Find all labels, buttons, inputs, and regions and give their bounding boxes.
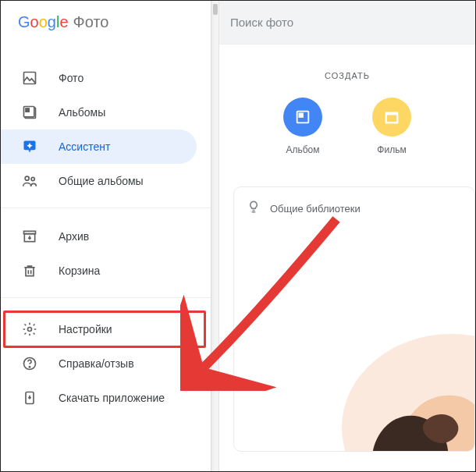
svg-rect-3 — [26, 108, 29, 112]
create-title: СОЗДАТЬ — [219, 71, 475, 80]
card-title: Общие библиотеки — [270, 203, 361, 215]
scrollbar-thumb[interactable] — [213, 4, 218, 15]
nav-secondary: Архив Корзина — [1, 219, 211, 288]
sidebar-item-label: Фото — [59, 72, 83, 84]
divider — [1, 208, 211, 208]
logo-row: Google Фото — [1, 1, 211, 39]
scrollbar-track[interactable] — [211, 1, 219, 472]
search-input[interactable]: Поиск фото — [219, 1, 475, 44]
movie-icon — [372, 98, 411, 137]
assistant-icon — [21, 138, 38, 155]
sidebar-item-help[interactable]: Справка/отзыв — [1, 346, 211, 381]
sidebar-item-label: Ассистент — [59, 140, 110, 153]
google-logo: Google — [18, 13, 69, 31]
album-icon — [283, 98, 322, 137]
sidebar-item-photo[interactable]: Фото — [1, 61, 211, 95]
svg-point-9 — [28, 328, 32, 332]
sidebar-item-settings[interactable]: Настройки — [1, 312, 211, 346]
sidebar-item-label: Скачать приложение — [59, 392, 165, 404]
gear-icon — [21, 321, 38, 338]
shared-libraries-card[interactable]: Общие библиотеки — [233, 186, 475, 452]
svg-point-5 — [25, 176, 29, 180]
app-name: Фото — [73, 13, 109, 31]
sidebar-item-download[interactable]: Скачать приложение — [1, 381, 211, 415]
create-label: Альбом — [286, 144, 319, 155]
create-label: Фильм — [377, 144, 406, 155]
svg-rect-14 — [299, 113, 303, 117]
sidebar-item-albums[interactable]: Альбомы — [1, 95, 211, 130]
main-area: Поиск фото СОЗДАТЬ Альбом Фильм Общи — [219, 1, 475, 471]
sidebar-item-trash[interactable]: Корзина — [1, 254, 211, 288]
trash-icon — [21, 262, 38, 279]
albums-icon — [21, 104, 38, 121]
sidebar-item-label: Альбомы — [59, 106, 105, 119]
sidebar-item-label: Справка/отзыв — [59, 357, 134, 370]
search-placeholder: Поиск фото — [230, 16, 293, 29]
sidebar: Google Фото Фото Альбомы Ассистент — [1, 1, 211, 472]
archive-icon — [21, 228, 38, 245]
sidebar-item-label: Корзина — [59, 264, 100, 277]
create-movie-button[interactable]: Фильм — [372, 98, 411, 155]
sidebar-item-shared[interactable]: Общие альбомы — [1, 164, 211, 198]
sidebar-item-label: Настройки — [59, 323, 112, 335]
create-album-button[interactable]: Альбом — [283, 98, 322, 155]
sidebar-item-label: Архив — [59, 230, 89, 243]
divider — [1, 297, 211, 298]
people-icon — [21, 172, 38, 190]
sidebar-item-archive[interactable]: Архив — [1, 219, 211, 254]
svg-point-6 — [31, 177, 34, 180]
sidebar-item-assistant[interactable]: Ассистент — [1, 130, 197, 164]
hands-illustration — [295, 271, 475, 452]
nav-tertiary: Настройки Справка/отзыв Скачать приложен… — [1, 309, 211, 415]
help-icon — [21, 355, 38, 372]
download-icon — [21, 389, 38, 406]
lightbulb-icon — [247, 200, 261, 217]
create-section: СОЗДАТЬ Альбом Фильм — [219, 44, 475, 155]
svg-point-11 — [29, 367, 30, 367]
sidebar-item-label: Общие альбомы — [59, 175, 144, 187]
image-icon — [21, 69, 38, 87]
nav-primary: Фото Альбомы Ассистент Общие альбомы — [1, 39, 211, 198]
